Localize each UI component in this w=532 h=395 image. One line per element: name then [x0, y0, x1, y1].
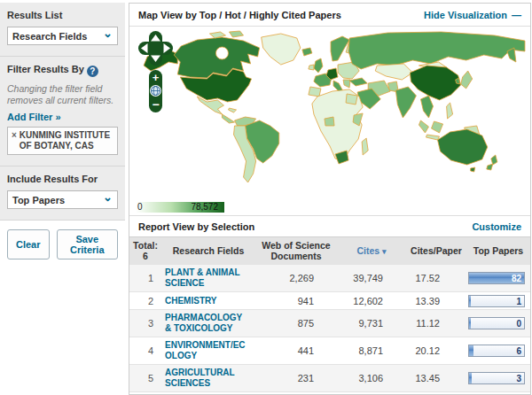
- map-country[interactable]: [438, 129, 488, 165]
- filter-chip-label: KUNMING INSTITUTE OF BOTANY, CAS: [20, 130, 113, 151]
- cites-per-paper-value: 20.12: [406, 345, 466, 356]
- sidebar: Results List Research Fields ⌄ Filter Re…: [0, 3, 125, 268]
- docs-value: 441: [255, 345, 337, 356]
- results-list-value: Research Fields: [12, 31, 87, 42]
- docs-value: 941: [255, 296, 337, 306]
- results-list-label: Results List: [7, 10, 118, 20]
- map-country[interactable]: [410, 66, 460, 100]
- top-papers-bar: 6: [468, 345, 525, 357]
- top-papers-value: 3: [516, 374, 521, 383]
- map-area: + − 0 78,572: [129, 27, 530, 215]
- hide-visualization-label: Hide Visualization: [424, 10, 507, 20]
- chevron-down-icon: ⌄: [103, 29, 113, 38]
- map-country[interactable]: [222, 114, 234, 123]
- map-country[interactable]: [309, 65, 314, 70]
- map-legend: 0 78,572: [136, 202, 224, 213]
- row-rank: 5: [129, 373, 161, 383]
- table-row: 2 CHEMISTRY 941 12,602 13.39 1: [129, 291, 530, 309]
- table-row: 4 ENVIRONMENT/ECOLOGY 441 8,871 20.12 6: [129, 337, 530, 364]
- zoom-in-icon[interactable]: +: [153, 71, 160, 84]
- map-country[interactable]: [174, 37, 259, 78]
- map-country[interactable]: [487, 164, 493, 170]
- customize-link[interactable]: Customize: [472, 221, 521, 232]
- include-section: Include Results For Top Papers ⌄: [0, 167, 125, 221]
- hide-visualization-link[interactable]: Hide Visualization—: [424, 10, 521, 20]
- filter-by-text: Filter Results By: [7, 64, 84, 74]
- col-cites-per-paper[interactable]: Cites/Paper: [406, 243, 466, 259]
- map-country[interactable]: [491, 155, 497, 165]
- map-country[interactable]: [420, 96, 433, 118]
- map-controls: + −: [131, 28, 181, 117]
- total-label: Total:: [131, 240, 160, 251]
- map-country[interactable]: [362, 138, 368, 155]
- cites-per-paper-value: 13.39: [406, 296, 466, 306]
- top-papers-value: 0: [516, 319, 521, 329]
- map-country[interactable]: [375, 64, 412, 80]
- report-header: Report View by Selection Customize: [129, 215, 530, 236]
- map-country[interactable]: [262, 34, 301, 65]
- map-country[interactable]: [419, 120, 428, 133]
- map-country[interactable]: [432, 121, 443, 133]
- docs-value: 2,269: [255, 273, 337, 283]
- zoom-out-icon[interactable]: −: [152, 97, 159, 112]
- filter-section: Filter Results By ? Changing the filter …: [0, 57, 125, 167]
- cites-value: 8,871: [337, 345, 406, 356]
- row-rank: 2: [129, 296, 161, 306]
- map-country[interactable]: [302, 48, 312, 56]
- filter-chip: × KUNMING INSTITUTE OF BOTANY, CAS: [7, 127, 118, 155]
- top-papers-bar: 3: [468, 372, 525, 384]
- report-view-title: Report View by Selection: [138, 221, 254, 232]
- world-map[interactable]: [129, 27, 530, 215]
- docs-value: 231: [255, 373, 337, 383]
- col-wos-documents[interactable]: Web of Science Documents: [255, 237, 337, 264]
- cites-value: 3,106: [337, 373, 406, 383]
- field-link[interactable]: PHARMACOLOGY & TOXICOLOGY: [165, 313, 250, 334]
- map-country[interactable]: [461, 71, 473, 89]
- total-value: 6: [131, 251, 160, 261]
- include-select[interactable]: Top Papers ⌄: [7, 190, 118, 209]
- map-country[interactable]: [229, 31, 243, 37]
- col-top-papers[interactable]: Top Papers: [466, 243, 530, 259]
- map-country[interactable]: [471, 167, 475, 172]
- map-country[interactable]: [314, 58, 323, 73]
- pan-control[interactable]: [138, 31, 173, 66]
- filter-by-label: Filter Results By ?: [7, 64, 118, 77]
- report-table: Total: 6 Research Fields Web of Science …: [129, 236, 530, 395]
- help-icon[interactable]: ?: [87, 66, 98, 77]
- field-link[interactable]: CHEMISTRY: [165, 296, 217, 306]
- map-country[interactable]: [395, 87, 416, 118]
- main-panel: Map View by Top / Hot / Highly Cited Pap…: [129, 3, 531, 395]
- hudson-bay: [215, 47, 228, 59]
- map-header: Map View by Top / Hot / Highly Cited Pap…: [129, 4, 530, 27]
- top-papers-bar: 0: [468, 317, 525, 329]
- cites-per-paper-value: 11.12: [406, 318, 466, 329]
- map-country[interactable]: [228, 108, 236, 112]
- cites-label: Cites: [356, 245, 379, 256]
- map-country[interactable]: [426, 135, 439, 140]
- top-papers-value: 6: [516, 346, 521, 356]
- map-country[interactable]: [447, 103, 453, 119]
- cites-value: 39,749: [337, 273, 406, 283]
- col-cites-sorted[interactable]: Cites▾: [337, 243, 406, 259]
- add-filter-link[interactable]: Add Filter »: [7, 112, 61, 122]
- field-link[interactable]: AGRICULTURAL SCIENCES: [165, 368, 250, 389]
- cites-value: 12,602: [337, 296, 406, 306]
- save-criteria-button[interactable]: Save Criteria: [57, 229, 118, 259]
- clear-button[interactable]: Clear: [7, 229, 50, 259]
- top-papers-value: 82: [512, 274, 521, 283]
- map-country[interactable]: [309, 87, 321, 97]
- table-row: 1 PLANT & ANIMAL SCIENCE 2,269 39,749 17…: [129, 264, 530, 291]
- results-list-select[interactable]: Research Fields ⌄: [7, 27, 118, 45]
- field-link[interactable]: PLANT & ANIMAL SCIENCE: [165, 267, 250, 289]
- remove-filter-icon[interactable]: ×: [12, 130, 17, 151]
- total-count: Total: 6: [129, 237, 161, 264]
- cites-per-paper-value: 17.52: [406, 273, 466, 283]
- zoom-control[interactable]: + −: [149, 70, 162, 112]
- map-country[interactable]: [346, 94, 357, 105]
- table-row: 5 AGRICULTURAL SCIENCES 231 3,106 13.45 …: [129, 364, 530, 391]
- map-country[interactable]: [325, 117, 334, 126]
- top-papers-bar: 1: [468, 295, 525, 307]
- field-link[interactable]: ENVIRONMENT/ECOLOGY: [165, 340, 250, 361]
- cites-value: 9,731: [337, 318, 406, 329]
- col-research-fields[interactable]: Research Fields: [161, 243, 255, 259]
